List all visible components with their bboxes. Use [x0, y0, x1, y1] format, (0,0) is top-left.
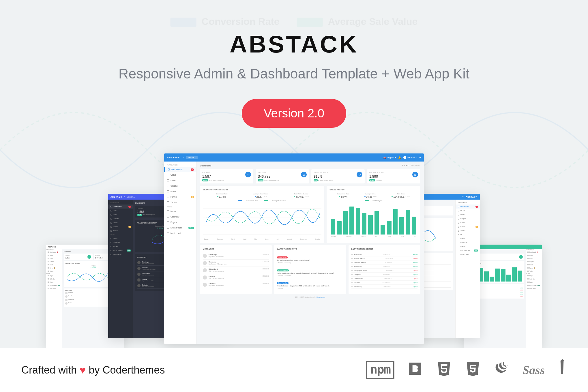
sidebar-item-icons[interactable]: Icons — [164, 178, 196, 183]
sidebar-item-forms[interactable]: Forms8 — [164, 194, 196, 200]
sidebar-item-pages[interactable]: Pages — [526, 281, 542, 284]
sidebar-item-email[interactable]: Email — [164, 189, 196, 194]
sidebar-item-extra-pages[interactable]: Extra PagesNew — [46, 284, 62, 287]
kpi-icon — [245, 172, 251, 177]
transaction-row[interactable]: Extended licence 07/09/2017 +$830 — [351, 260, 417, 265]
hero-subtitle: Responsive Admin & Dashboard Template + … — [0, 66, 588, 82]
transaction-row[interactable]: New plugins added 05/09/2017 -$452 — [351, 269, 417, 273]
sidebar-item-ui-kit[interactable]: UI Kit — [46, 254, 62, 257]
sidebar-item-email[interactable]: Email — [108, 221, 133, 225]
sidebar-item-tables[interactable]: Tables — [46, 270, 62, 273]
transaction-row[interactable]: Advertising 29/08/2017 +$230 — [351, 285, 417, 289]
sidebar-item-tables[interactable]: Tables — [164, 200, 196, 205]
sidebar-item-ui-kit[interactable]: UI Kit — [456, 209, 480, 213]
sidebar-item-pages[interactable]: Pages — [46, 281, 62, 284]
message-item[interactable]: TomaslauI've finished it! See you so... … — [203, 260, 269, 267]
brand-logo: ABSTACK — [167, 156, 180, 159]
screenshot-main: ABSTACK ≡ Search... 🇺🇸 English ▾ 🔔 Samue… — [164, 153, 424, 344]
cart-icon — [87, 255, 91, 259]
sidebar-item-forms[interactable]: Forms8 — [526, 267, 542, 270]
css3-logo — [465, 361, 481, 380]
sidebar-item-multi-level[interactable]: Multi Level — [526, 287, 542, 290]
sidebar-item-multi-level[interactable]: Multi Level — [46, 287, 62, 290]
sidebar-item-maps[interactable]: Maps — [46, 274, 62, 277]
avatar — [203, 254, 207, 258]
sidebar-item-pages[interactable]: Pages — [456, 244, 480, 248]
sidebar-item-multi-level[interactable]: Multi Level — [108, 252, 133, 256]
sidebar-item-dashboard[interactable]: Dashboard2 — [456, 205, 480, 209]
sidebar-item-calendar[interactable]: Calendar — [108, 240, 133, 244]
comment-item[interactable]: Blezo - Landing Hi coderthemes – do you … — [277, 278, 343, 291]
sidebar-item-maps[interactable]: Maps — [164, 209, 196, 214]
sidebar-item-maps[interactable]: Maps — [526, 274, 542, 277]
tech-logos: npm Sass — [366, 359, 567, 382]
messages-card: MESSAGES ChadengleHey! there I'm availab… — [200, 245, 272, 294]
search-input[interactable]: Search... — [186, 156, 198, 159]
message-item[interactable]: ChadengleHey! there I'm available... 13/… — [203, 252, 269, 260]
sidebar-item-graphs[interactable]: Graphs — [456, 217, 480, 221]
sidebar-item-tables[interactable]: Tables — [456, 229, 480, 233]
sidebar-item-maps[interactable]: Maps — [456, 236, 480, 240]
version-badge: Version 2.0 — [242, 99, 346, 128]
sidebar-item-pages[interactable]: Pages — [108, 244, 133, 248]
sidebar-item-forms[interactable]: Forms8 — [46, 267, 62, 270]
kpi-icon — [412, 172, 418, 177]
message-item[interactable]: ShahedkHey! there I'm available... 13/06… — [203, 281, 269, 288]
sidebar-item-extra-pages[interactable]: Extra PagesNew — [526, 284, 542, 287]
sidebar-item-dashboard[interactable]: Dashboard2 — [108, 205, 133, 209]
menu-toggle-icon[interactable]: ≡ — [183, 156, 185, 159]
sidebar-item-tables[interactable]: Tables — [108, 229, 133, 233]
kpi-icon — [357, 172, 362, 177]
sidebar-item-ui-kit[interactable]: UI Kit — [108, 209, 133, 213]
sidebar-item-tables[interactable]: Tables — [526, 270, 542, 273]
message-item[interactable]: StillnotdavidThis theme is awesome! 13/0… — [203, 267, 269, 274]
comment-item[interactable]: Adminto - Admin Hello, what is your plan… — [277, 265, 343, 278]
transaction-row[interactable]: Facebook Ad 03/09/2017 -$364 — [351, 277, 417, 281]
message-item[interactable]: KurafireThis theme is awesome! 13/06/201… — [203, 274, 269, 281]
sidebar-item-icons[interactable]: Icons — [46, 257, 62, 260]
crafted-by-text: Crafted with ♥ by Coderthemes — [21, 364, 165, 376]
transaction-row[interactable]: Advertising 07/09/2017 +$230 — [351, 252, 417, 256]
sidebar-item-graphs[interactable]: Graphs — [164, 183, 196, 189]
settings-icon[interactable]: ⚙ — [419, 156, 421, 159]
sidebar-item-forms[interactable]: Forms8 — [108, 225, 133, 229]
sidebar-item-dashboard[interactable]: Dashboard2 — [164, 167, 196, 172]
transaction-row[interactable]: New sale 03/09/2017 +$230 — [351, 281, 417, 285]
transaction-row[interactable]: Advertising 05/09/2017 +$230 — [351, 265, 417, 269]
hero: ABSTACK Responsive Admin & Dashboard Tem… — [0, 0, 588, 128]
sidebar-item-extra-pages[interactable]: Extra PagesNew — [108, 248, 133, 252]
sidebar-item-icons[interactable]: Icons — [526, 257, 542, 260]
heart-icon: ♥ — [80, 364, 86, 376]
sidebar-item-extra-pages[interactable]: Extra PagesNew — [456, 248, 480, 252]
user-menu[interactable]: Samuel ▾ — [403, 156, 417, 159]
notification-icon[interactable]: 🔔 — [398, 156, 401, 159]
sidebar-item-ui-kit[interactable]: UI Kit — [164, 172, 196, 178]
transaction-row[interactable]: Google Inc. 04/09/2017 +$230 — [351, 273, 417, 277]
transaction-row[interactable]: Support licence 07/09/2017 -$965 — [351, 256, 417, 260]
sidebar-item-email[interactable]: Email — [526, 263, 542, 267]
sidebar-item-graphs[interactable]: Graphs — [46, 260, 62, 263]
sidebar-item-ui-kit[interactable]: UI Kit — [526, 254, 542, 257]
sidebar-item-calendar[interactable]: Calendar — [526, 277, 542, 281]
sidebar-item-multi-level[interactable]: Multi Level — [456, 252, 480, 256]
sidebar-item-forms[interactable]: Forms8 — [456, 225, 480, 229]
language-switch[interactable]: 🇺🇸 English ▾ — [383, 156, 396, 159]
sidebar-item-multi-level[interactable]: Multi Level — [164, 230, 196, 236]
sidebar-item-calendar[interactable]: Calendar — [456, 240, 480, 244]
sidebar-item-icons[interactable]: Icons — [456, 213, 480, 217]
comment-item[interactable]: Ubold - Admin Do you have any plans to a… — [277, 252, 343, 265]
sidebar-item-maps[interactable]: Maps — [108, 236, 133, 240]
sidebar-item-calendar[interactable]: Calendar — [164, 214, 196, 220]
sidebar-item-icons[interactable]: Icons — [108, 213, 133, 217]
sidebar-item-dashboard[interactable]: Dashboard2 — [526, 251, 542, 254]
kpi-orders: ORDERS1,587 — [64, 254, 93, 260]
sidebar-item-extra-pages[interactable]: Extra PagesNew — [164, 225, 196, 230]
sidebar-item-calendar[interactable]: Calendar — [46, 277, 62, 281]
cube-icon — [519, 255, 523, 259]
sidebar-item-graphs[interactable]: Graphs — [526, 260, 542, 263]
sidebar-item-dashboard[interactable]: Dashboard2 — [46, 251, 62, 254]
sidebar-item-email[interactable]: Email — [456, 221, 480, 225]
sidebar-item-email[interactable]: Email — [46, 263, 62, 267]
sidebar-item-graphs[interactable]: Graphs — [108, 217, 133, 221]
sidebar-item-pages[interactable]: Pages — [164, 220, 196, 225]
